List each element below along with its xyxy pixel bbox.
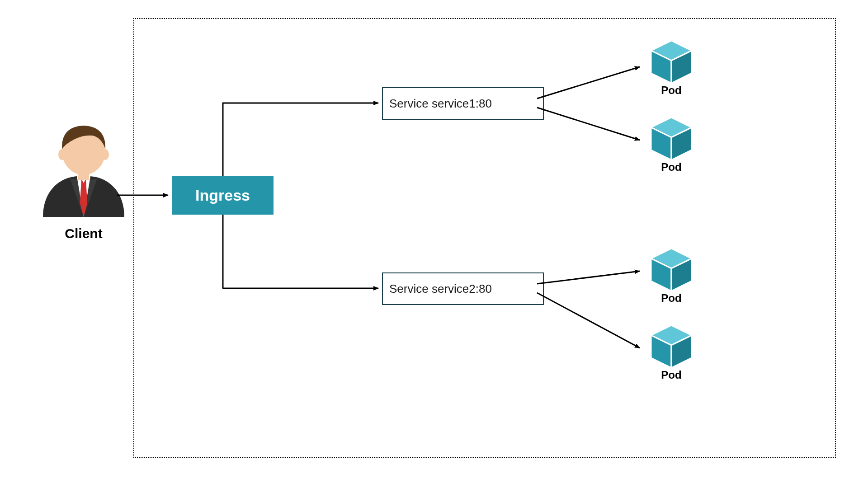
- ingress-box: Ingress: [172, 176, 274, 215]
- client-label: Client: [54, 226, 113, 241]
- pod-label-3: Pod: [651, 292, 692, 305]
- pod-label-4: Pod: [651, 369, 692, 381]
- svg-point-2: [58, 149, 66, 160]
- service-box-1: Service service1:80: [382, 87, 544, 120]
- ingress-label: Ingress: [195, 187, 250, 204]
- svg-rect-0: [78, 167, 89, 180]
- svg-point-1: [62, 128, 105, 175]
- pod-label-1: Pod: [651, 84, 692, 97]
- pod-label-2: Pod: [651, 161, 692, 174]
- service-1-label: Service service1:80: [389, 97, 492, 111]
- service-box-2: Service service2:80: [382, 272, 544, 305]
- diagram-canvas: Client Ingress Service service1:80 Servi…: [0, 0, 868, 488]
- cluster-boundary: [133, 18, 836, 458]
- service-2-label: Service service2:80: [389, 282, 492, 296]
- svg-point-3: [102, 149, 109, 160]
